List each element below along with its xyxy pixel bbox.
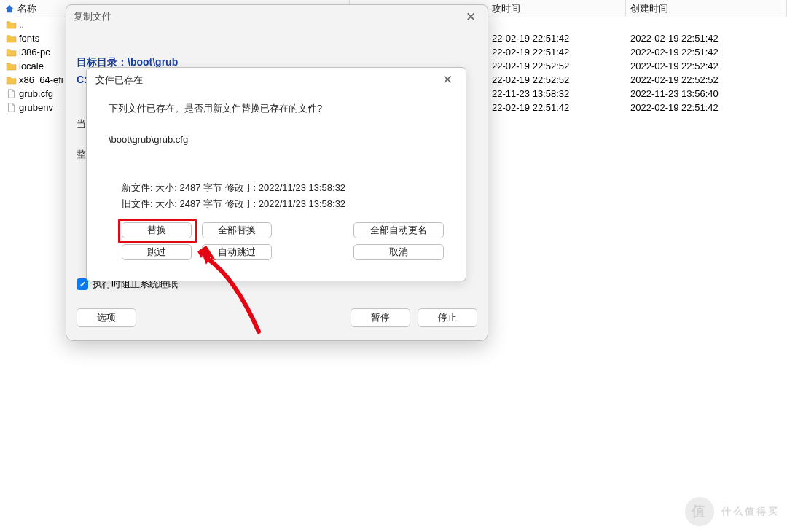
conflict-file-path: \boot\grub\grub.cfg: [109, 134, 444, 145]
dialog-footer: 选项 暂停 停止: [66, 308, 488, 327]
options-button[interactable]: 选项: [77, 308, 136, 327]
file-ctime: 2022-02-19 22:51:42: [626, 102, 787, 113]
confirm-message: 下列文件已存在。是否用新文件替换已存在的文件?: [109, 102, 444, 115]
pause-button[interactable]: 暂停: [351, 308, 410, 327]
file-icon: [6, 89, 17, 98]
inner-dialog-titlebar: 文件已存在 ✕: [87, 68, 466, 92]
watermark-circle-icon: 值: [685, 497, 714, 526]
close-icon[interactable]: ✕: [461, 9, 480, 25]
file-mtime: 22-02-19 22:52:52: [488, 74, 626, 85]
folder-icon: [6, 75, 17, 85]
file-meta-block: 新文件: 大小: 2487 字节 修改于: 2022/11/23 13:58:3…: [122, 180, 444, 212]
checkbox-checked-icon[interactable]: [77, 278, 88, 290]
file-name: fonts: [19, 33, 39, 44]
auto-rename-all-button[interactable]: 全部自动更名: [353, 222, 444, 238]
folder-icon: [6, 34, 17, 43]
dialog-title: 复制文件: [74, 10, 111, 23]
file-ctime: 2022-02-19 22:51:42: [626, 47, 787, 58]
file-mtime: 22-02-19 22:51:42: [488, 33, 626, 44]
file-name: locale: [19, 60, 44, 71]
skip-button[interactable]: 跳过: [122, 244, 192, 260]
close-icon[interactable]: ✕: [438, 72, 457, 87]
file-name: grubenv: [19, 102, 53, 113]
replace-button[interactable]: 替换: [122, 222, 192, 238]
file-ctime: 2022-02-19 22:51:42: [626, 33, 787, 44]
column-mtime[interactable]: 攻时间: [488, 0, 626, 17]
stop-button[interactable]: 停止: [418, 308, 477, 327]
file-mtime: 22-02-19 22:51:42: [488, 47, 626, 58]
watermark: 值 什么值得买: [685, 497, 780, 526]
home-icon: [4, 4, 15, 14]
file-icon: [6, 103, 17, 112]
file-exists-dialog: 文件已存在 ✕ 下列文件已存在。是否用新文件替换已存在的文件? \boot\gr…: [86, 67, 466, 281]
inner-dialog-title: 文件已存在: [95, 74, 143, 87]
auto-skip-button[interactable]: 自动跳过: [202, 244, 272, 260]
folder-icon: [6, 47, 17, 57]
file-ctime: 2022-11-23 13:56:40: [626, 88, 787, 99]
dialog-titlebar: 复制文件 ✕: [66, 5, 488, 28]
file-mtime: 22-11-23 13:58:32: [488, 88, 626, 99]
old-file-meta: 旧文件: 大小: 2487 字节 修改于: 2022/11/23 13:58:3…: [122, 196, 444, 212]
file-mtime: 22-02-19 22:52:52: [488, 60, 626, 71]
file-mtime: 22-02-19 22:51:42: [488, 102, 626, 113]
action-button-grid: 替换 全部替换 全部自动更名 跳过 自动跳过 取消: [122, 222, 444, 260]
folder-icon: [6, 61, 17, 71]
folder-icon: [6, 20, 17, 29]
file-ctime: 2022-02-19 22:52:42: [626, 60, 787, 71]
file-name: grub.cfg: [19, 88, 53, 99]
watermark-text: 什么值得买: [721, 505, 780, 518]
file-name: ..: [19, 19, 24, 30]
replace-all-button[interactable]: 全部替换: [202, 222, 272, 238]
column-name-label: 名称: [17, 2, 36, 15]
file-name: i386-pc: [19, 47, 50, 58]
cancel-button[interactable]: 取消: [353, 244, 444, 260]
file-ctime: 2022-02-19 22:52:52: [626, 74, 787, 85]
file-name: x86_64-efi: [19, 74, 63, 85]
column-ctime[interactable]: 创建时间: [626, 0, 787, 17]
new-file-meta: 新文件: 大小: 2487 字节 修改于: 2022/11/23 13:58:3…: [122, 180, 444, 196]
